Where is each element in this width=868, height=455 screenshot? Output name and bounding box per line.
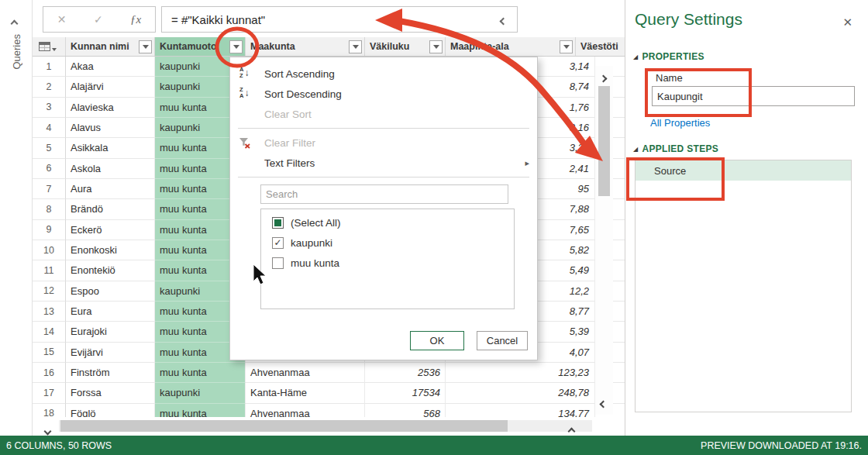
filter-arrow-icon xyxy=(143,45,149,49)
filter-arrow-icon xyxy=(353,45,359,49)
cell-kunnan-nimi[interactable]: Eurajoki xyxy=(66,322,155,342)
row-number: 11 xyxy=(33,260,66,281)
select-all-table-button[interactable] xyxy=(33,37,66,56)
cancel-button[interactable]: Cancel xyxy=(477,331,528,350)
filter-option-label: kaupunki xyxy=(291,237,332,249)
checkbox-unchecked-icon[interactable] xyxy=(272,257,284,269)
cell-maakunta[interactable]: Ahvenanmaa xyxy=(246,363,365,383)
menu-item-sort-ascending[interactable]: AZ ↓ Sort Ascending xyxy=(230,64,537,84)
applied-step-source[interactable]: Source xyxy=(636,160,851,181)
row-number: 3 xyxy=(33,98,66,118)
row-number: 6 xyxy=(33,159,66,179)
expand-queries-pane-icon[interactable] xyxy=(12,16,17,29)
table-row[interactable]: 18Föglömuu kuntaAhvenanmaa568134,77 xyxy=(33,404,625,417)
column-header-kunnan-nimi[interactable]: Kunnan nimi xyxy=(66,37,155,56)
properties-section-header[interactable]: ◢ PROPERTIES xyxy=(633,51,704,62)
scroll-down-icon[interactable] xyxy=(601,396,606,410)
table-row[interactable]: 16Finströmmuu kuntaAhvenanmaa2536123,23 xyxy=(33,363,625,383)
vertical-scrollbar[interactable] xyxy=(595,66,613,415)
checkbox-partial-icon[interactable] xyxy=(272,217,284,229)
column-label: Kuntamuoto xyxy=(160,41,217,52)
cell-kuntamuoto[interactable]: kaupunki xyxy=(155,383,246,403)
applied-steps-list: Source xyxy=(635,160,852,412)
row-number: 8 xyxy=(33,199,66,219)
horizontal-scrollbar-thumb[interactable] xyxy=(60,420,508,432)
cell-vakiluku[interactable]: 17534 xyxy=(365,383,446,403)
cell-kuntamuoto[interactable]: muu kunta xyxy=(155,404,246,417)
cell-kunnan-nimi[interactable]: Akaa xyxy=(66,57,155,77)
cell-kunnan-nimi[interactable]: Asikkala xyxy=(66,138,155,158)
fx-icon[interactable]: ƒx xyxy=(130,13,141,26)
cell-maapinta-ala[interactable]: 134,77 xyxy=(446,404,595,417)
formula-text: = #"Kaikki kunnat" xyxy=(171,13,501,26)
scroll-up-icon[interactable] xyxy=(601,71,606,84)
row-number: 4 xyxy=(33,118,66,138)
filter-option-kaupunki[interactable]: ✓ kaupunki xyxy=(261,233,514,253)
cell-kunnan-nimi[interactable]: Forssa xyxy=(66,383,155,403)
expand-formula-bar-icon[interactable] xyxy=(501,13,506,26)
filter-button-kuntamuoto[interactable] xyxy=(229,40,243,53)
filter-button-kunnan-nimi[interactable] xyxy=(139,40,152,53)
confirm-formula-icon[interactable]: ✓ xyxy=(94,13,103,26)
checkbox-checked-icon[interactable]: ✓ xyxy=(272,237,284,249)
menu-item-label: Text Filters xyxy=(264,157,315,169)
cancel-formula-icon[interactable]: ✕ xyxy=(57,13,67,26)
cell-kunnan-nimi[interactable]: Aura xyxy=(66,179,155,199)
filter-dropdown-menu: AZ ↓ Sort Ascending ZA ↓ Sort Descending… xyxy=(229,57,538,360)
menu-item-label: Sort Ascending xyxy=(264,68,335,80)
column-header-maakunta[interactable]: Maakunta xyxy=(246,37,365,56)
cell-maapinta-ala[interactable]: 123,23 xyxy=(446,363,595,383)
filter-button-maapinta-ala[interactable] xyxy=(560,40,573,53)
close-panel-icon[interactable]: ✕ xyxy=(842,16,852,29)
menu-buttons: OK Cancel xyxy=(230,331,537,350)
row-number: 7 xyxy=(33,179,66,199)
cell-kunnan-nimi[interactable]: Alavus xyxy=(66,118,155,138)
cell-kunnan-nimi[interactable]: Enonkoski xyxy=(66,240,155,260)
row-number: 13 xyxy=(33,302,66,322)
filter-search-input[interactable] xyxy=(260,184,508,204)
row-number: 14 xyxy=(33,322,66,342)
cell-kunnan-nimi[interactable]: Alajärvi xyxy=(66,77,155,97)
cell-kunnan-nimi[interactable]: Espoo xyxy=(66,281,155,302)
filter-button-vakiluku[interactable] xyxy=(429,40,443,53)
menu-item-sort-descending[interactable]: ZA ↓ Sort Descending xyxy=(230,84,537,104)
filter-button-maakunta[interactable] xyxy=(349,40,362,53)
filter-option-muu-kunta[interactable]: muu kunta xyxy=(261,253,514,273)
cell-kunnan-nimi[interactable]: Alavieska xyxy=(66,98,155,118)
cell-maapinta-ala[interactable]: 248,78 xyxy=(446,383,595,403)
cell-kunnan-nimi[interactable]: Eura xyxy=(66,302,155,322)
row-number: 9 xyxy=(33,220,66,240)
column-header-kuntamuoto[interactable]: Kuntamuoto xyxy=(155,37,246,56)
ok-button[interactable]: OK xyxy=(410,331,464,350)
cell-kunnan-nimi[interactable]: Enontekiö xyxy=(66,260,155,281)
cell-kunnan-nimi[interactable]: Brändö xyxy=(66,199,155,219)
filter-option-select-all[interactable]: (Select All) xyxy=(261,212,514,233)
cell-kunnan-nimi[interactable]: Evijärvi xyxy=(66,343,155,363)
all-properties-link[interactable]: All Properties xyxy=(650,117,710,129)
cell-kunnan-nimi[interactable]: Föglö xyxy=(66,404,155,417)
column-header-maapinta-ala[interactable]: Maapinta-ala xyxy=(446,37,576,56)
cell-vakiluku[interactable]: 2536 xyxy=(365,363,446,383)
table-header-row: Kunnan nimi Kuntamuoto Maakunta Väkiluku… xyxy=(33,37,625,57)
cell-maakunta[interactable]: Kanta-Häme xyxy=(246,383,365,403)
query-name-input[interactable] xyxy=(652,86,855,106)
column-header-vakiluku[interactable]: Väkiluku xyxy=(365,37,446,56)
horizontal-scrollbar[interactable] xyxy=(33,417,625,436)
collapse-triangle-icon: ◢ xyxy=(633,146,638,153)
vertical-scrollbar-thumb[interactable] xyxy=(598,86,610,196)
applied-steps-section-header[interactable]: ◢ APPLIED STEPS xyxy=(633,143,718,154)
cell-maakunta[interactable]: Ahvenanmaa xyxy=(246,404,365,417)
cell-kunnan-nimi[interactable]: Finström xyxy=(66,363,155,383)
queries-pane-label: Queries xyxy=(11,34,22,70)
cell-vakiluku[interactable]: 568 xyxy=(365,404,446,417)
row-number: 12 xyxy=(33,281,66,302)
clear-filter-icon xyxy=(238,136,251,151)
cell-kunnan-nimi[interactable]: Eckerö xyxy=(66,220,155,240)
filter-arrow-icon xyxy=(433,45,439,49)
menu-item-text-filters[interactable]: Text Filters ▸ xyxy=(230,153,537,173)
cell-kuntamuoto[interactable]: muu kunta xyxy=(155,363,246,383)
cell-kunnan-nimi[interactable]: Askola xyxy=(66,159,155,179)
column-header-vaestotiheys[interactable]: Väestöti xyxy=(576,37,625,56)
formula-input[interactable]: = #"Kaikki kunnat" xyxy=(161,6,518,33)
table-row[interactable]: 17ForssakaupunkiKanta-Häme17534248,78 xyxy=(33,383,625,403)
